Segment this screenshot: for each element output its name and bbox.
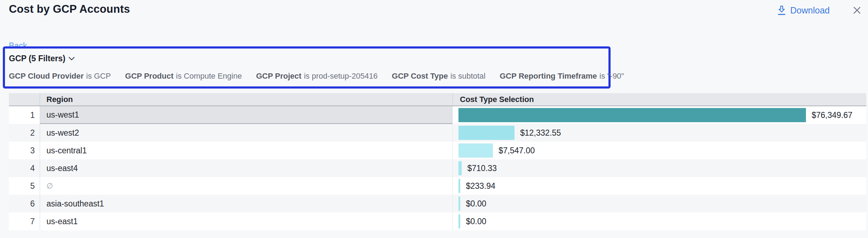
filter-group-dropdown[interactable]: GCP (5 Filters) — [9, 54, 75, 63]
filter-field: GCP Product — [125, 72, 174, 80]
download-icon — [777, 5, 786, 16]
filter-pill-cloud-provider[interactable]: GCP Cloud Provideris GCP — [9, 72, 111, 81]
filter-condition: is "-90" — [600, 72, 624, 80]
row-number: 1 — [9, 106, 40, 124]
cost-flyout: Cost by GCP Accounts Download Back GCP (… — [0, 0, 868, 238]
table-row[interactable]: 4 us-east4 $710.33 — [9, 159, 866, 177]
cost-value: $7,547.00 — [499, 146, 535, 155]
row-number: 4 — [9, 159, 40, 177]
cost-value: $12,332.55 — [520, 128, 561, 138]
cost-value: $233.94 — [466, 181, 495, 191]
filter-condition: is prod-setup-205416 — [304, 72, 378, 80]
filter-field: GCP Cloud Provider — [9, 72, 84, 80]
header-actions: Download — [777, 4, 864, 17]
filter-condition: is GCP — [86, 72, 111, 80]
cost-value: $0.00 — [466, 217, 486, 226]
cost-bar — [458, 126, 514, 140]
region-cell[interactable]: asia-southeast1 — [40, 195, 452, 212]
row-number: 2 — [9, 124, 40, 142]
cost-bar — [458, 179, 460, 193]
row-number: 6 — [9, 195, 40, 212]
cost-bar — [458, 161, 462, 175]
cost-cell: $0.00 — [452, 212, 866, 230]
row-number: 3 — [9, 142, 40, 159]
table-row[interactable]: 7 us-east1 $0.00 — [9, 212, 866, 230]
cost-cell: $710.33 — [452, 159, 866, 177]
close-icon — [852, 5, 862, 16]
header-cost-column[interactable]: Cost Type Selection — [452, 93, 866, 106]
filter-highlight-box: GCP (5 Filters) GCP Cloud Provideris GCP… — [3, 46, 611, 89]
cost-table: Region Cost Type Selection 1 us-west1 $7… — [9, 93, 866, 230]
download-button[interactable]: Download — [777, 5, 830, 16]
cost-bar — [458, 143, 493, 158]
filter-pill-product[interactable]: GCP Productis Compute Engine — [125, 72, 242, 81]
filter-condition: is subtotal — [450, 72, 485, 80]
cost-cell: $12,332.55 — [452, 124, 866, 142]
cost-value: $0.00 — [466, 199, 486, 209]
row-number: 5 — [9, 177, 40, 195]
region-cell[interactable]: ∅ — [40, 177, 452, 195]
chevron-down-icon — [68, 57, 75, 61]
cost-bar — [458, 108, 806, 122]
region-cell[interactable]: us-east4 — [40, 159, 452, 177]
table-row[interactable]: 2 us-west2 $12,332.55 — [9, 124, 866, 142]
filter-pill-reporting-timeframe[interactable]: GCP Reporting Timeframeis "-90" — [500, 72, 624, 81]
cost-value: $710.33 — [467, 164, 497, 173]
table-header: Region Cost Type Selection — [9, 93, 866, 106]
row-number: 7 — [9, 212, 40, 230]
cost-cell: $0.00 — [452, 195, 866, 212]
page-title: Cost by GCP Accounts — [9, 3, 130, 16]
filter-group-label: GCP (5 Filters) — [9, 54, 65, 63]
filter-pill-list: GCP Cloud Provideris GCP GCP Productis C… — [9, 72, 608, 81]
table-row[interactable]: 1 us-west1 $76,349.67 — [9, 106, 866, 124]
cost-cell: $76,349.67 — [452, 106, 866, 124]
filter-condition: is Compute Engine — [176, 72, 242, 80]
cost-bar — [458, 214, 460, 228]
cost-value: $76,349.67 — [812, 110, 852, 120]
cost-cell: $233.94 — [452, 177, 866, 195]
filter-pill-project[interactable]: GCP Projectis prod-setup-205416 — [256, 72, 378, 81]
filter-field: GCP Cost Type — [392, 72, 448, 80]
filter-pill-cost-type[interactable]: GCP Cost Typeis subtotal — [392, 72, 485, 81]
cost-cell: $7,547.00 — [452, 142, 866, 159]
table-row[interactable]: 5 ∅ $233.94 — [9, 177, 866, 195]
table-row[interactable]: 6 asia-southeast1 $0.00 — [9, 195, 866, 212]
region-cell[interactable]: us-west1 — [40, 106, 452, 124]
table-row[interactable]: 3 us-central1 $7,547.00 — [9, 142, 866, 159]
region-cell[interactable]: us-east1 — [40, 212, 452, 230]
header-index-column — [9, 93, 40, 106]
filter-field: GCP Project — [256, 72, 301, 80]
region-cell[interactable]: us-central1 — [40, 142, 452, 159]
region-cell[interactable]: us-west2 — [40, 124, 452, 142]
filter-field: GCP Reporting Timeframe — [500, 72, 597, 80]
download-label: Download — [790, 5, 830, 16]
cost-bar — [458, 197, 460, 211]
close-button[interactable] — [850, 4, 864, 17]
header-region-column[interactable]: Region — [40, 93, 452, 106]
